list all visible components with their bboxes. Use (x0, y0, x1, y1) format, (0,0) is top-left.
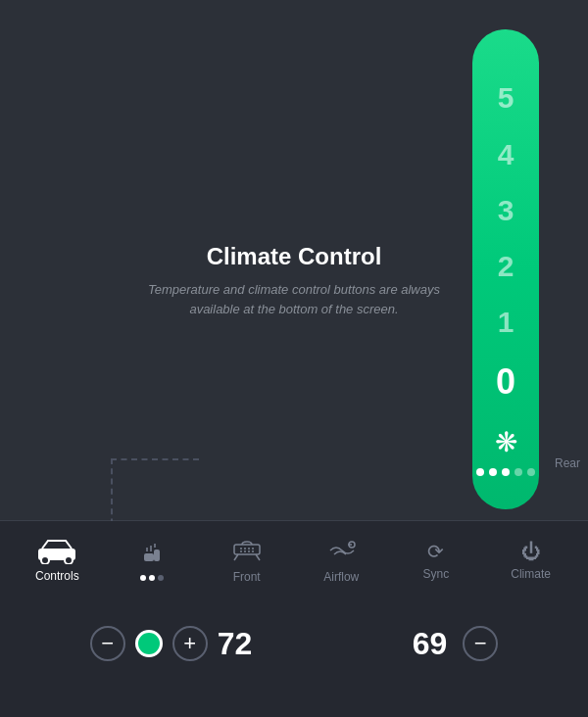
front-defrost-icon (232, 537, 262, 566)
temp-right-value: 69 (413, 626, 448, 662)
nav-item-controls[interactable]: Controls (27, 538, 86, 583)
temp-left-plus-button[interactable]: + (172, 626, 208, 661)
nav-item-airflow[interactable]: Airflow (312, 537, 370, 584)
temp-right-minus-button[interactable]: − (463, 626, 498, 661)
page-title: Climate Control (137, 243, 451, 270)
fan-level-5: 5 (498, 83, 514, 113)
svg-rect-3 (50, 543, 64, 549)
fan-level-4: 4 (498, 140, 514, 169)
power-icon: ⏻ (521, 541, 541, 563)
svg-rect-5 (154, 550, 160, 561)
nav-item-seat[interactable] (122, 540, 181, 581)
seat-heat-icon (138, 540, 166, 573)
temp-left-slider-dot (135, 630, 163, 657)
svg-rect-4 (144, 553, 154, 561)
svg-point-2 (65, 556, 73, 564)
temp-left-value: 72 (218, 626, 253, 662)
svg-point-1 (41, 556, 49, 564)
dashed-line-horizontal (111, 458, 199, 460)
temp-left-controls: − + 72 (90, 626, 253, 662)
nav-bar: Controls (0, 521, 588, 599)
nav-airflow-label: Airflow (323, 570, 359, 584)
svg-rect-9 (234, 545, 260, 554)
main-content-area: Climate Control Temperature and climate … (137, 243, 451, 318)
climate-label: Climate (511, 567, 551, 581)
sync-label: Sync (423, 567, 450, 581)
nav-controls-label: Controls (35, 569, 79, 583)
seat-level-dots (140, 575, 164, 581)
fan-level-0: 0 (496, 364, 515, 400)
car-icon (34, 538, 79, 565)
rear-nav-label[interactable]: Rear (555, 456, 580, 470)
page-subtitle: Temperature and climate control buttons … (137, 280, 451, 318)
temperature-row: − + 72 69 − (0, 609, 588, 678)
fan-level-3: 3 (498, 196, 514, 225)
nav-item-climate[interactable]: ⏻ Climate (502, 541, 561, 581)
fan-speed-slider[interactable]: 5 4 3 2 1 0 ❋ (472, 29, 539, 509)
fan-position-dots (476, 468, 535, 476)
nav-front-label: Front (233, 570, 261, 584)
fan-icon: ❋ (495, 426, 517, 458)
fan-level-1: 1 (498, 308, 514, 337)
airflow-icon (326, 537, 356, 566)
temp-right-controls: 69 − (413, 626, 499, 662)
fan-level-2: 2 (498, 252, 514, 281)
sync-icon: ⟳ (427, 540, 444, 563)
nav-item-front[interactable]: Front (218, 537, 276, 584)
nav-item-sync[interactable]: ⟳ Sync (407, 540, 466, 581)
temp-left-minus-button[interactable]: − (90, 626, 125, 661)
